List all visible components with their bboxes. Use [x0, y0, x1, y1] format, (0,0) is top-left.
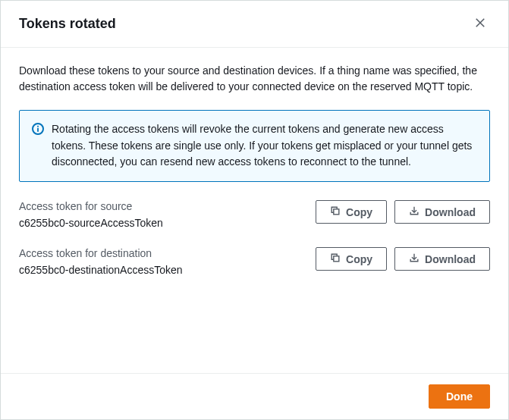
- close-button[interactable]: [470, 13, 490, 35]
- download-icon: [409, 205, 419, 218]
- modal-body: Download these tokens to your source and…: [1, 48, 508, 373]
- svg-rect-1: [37, 128, 39, 132]
- modal-footer: Done: [1, 373, 508, 419]
- token-label-source: Access token for source: [19, 200, 303, 212]
- copy-label: Copy: [346, 253, 372, 265]
- token-label-destination: Access token for destination: [19, 247, 303, 259]
- token-actions-source: Copy Download: [316, 200, 490, 224]
- svg-rect-3: [334, 209, 339, 215]
- copy-source-button[interactable]: Copy: [316, 200, 387, 224]
- token-value-source: c6255bc0-sourceAccessToken: [19, 217, 303, 229]
- token-row-source: Access token for source c6255bc0-sourceA…: [19, 200, 490, 229]
- modal-header: Tokens rotated: [1, 1, 508, 48]
- download-label: Download: [425, 206, 476, 218]
- tokens-rotated-modal: Tokens rotated Download these tokens to …: [0, 0, 509, 420]
- info-text: Rotating the access tokens will revoke t…: [52, 121, 477, 171]
- svg-rect-4: [334, 256, 339, 262]
- modal-title: Tokens rotated: [19, 16, 116, 32]
- description-text: Download these tokens to your source and…: [19, 63, 490, 95]
- info-icon: [32, 121, 44, 171]
- download-destination-button[interactable]: Download: [394, 247, 490, 271]
- token-info-destination: Access token for destination c6255bc0-de…: [19, 247, 303, 276]
- svg-rect-2: [37, 126, 39, 127]
- copy-icon: [330, 205, 341, 218]
- copy-destination-button[interactable]: Copy: [316, 247, 387, 271]
- download-source-button[interactable]: Download: [394, 200, 490, 224]
- download-label: Download: [425, 253, 476, 265]
- download-icon: [409, 252, 419, 265]
- done-button[interactable]: Done: [429, 384, 490, 409]
- copy-label: Copy: [346, 206, 372, 218]
- token-info-source: Access token for source c6255bc0-sourceA…: [19, 200, 303, 229]
- copy-icon: [330, 252, 341, 265]
- close-icon: [473, 16, 487, 32]
- info-alert: Rotating the access tokens will revoke t…: [19, 110, 490, 182]
- token-actions-destination: Copy Download: [316, 247, 490, 271]
- token-row-destination: Access token for destination c6255bc0-de…: [19, 247, 490, 276]
- token-value-destination: c6255bc0-destinationAccessToken: [19, 264, 303, 276]
